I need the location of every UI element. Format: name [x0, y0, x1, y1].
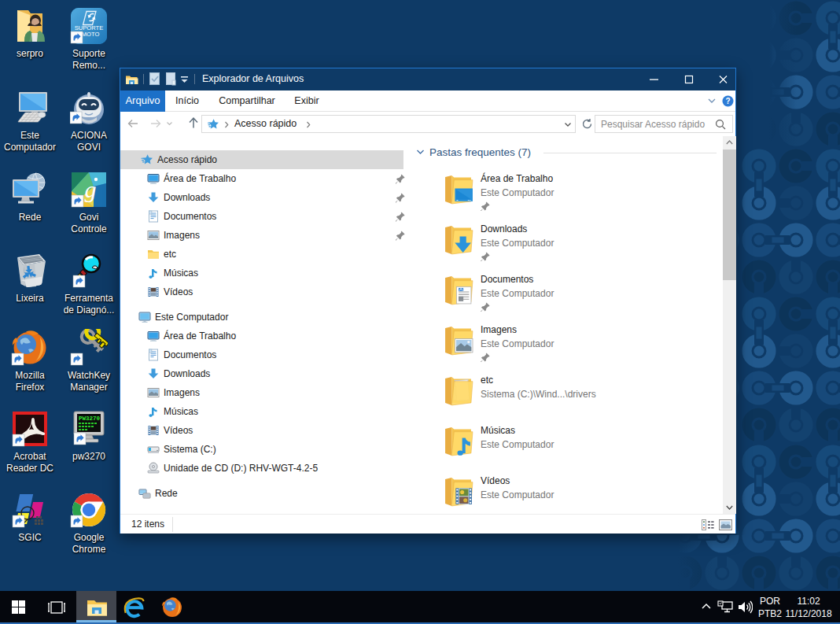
svg-text:MOTO: MOTO	[82, 31, 100, 38]
svg-text:?: ?	[725, 97, 730, 105]
svg-text:PW3270: PW3270	[79, 415, 101, 422]
